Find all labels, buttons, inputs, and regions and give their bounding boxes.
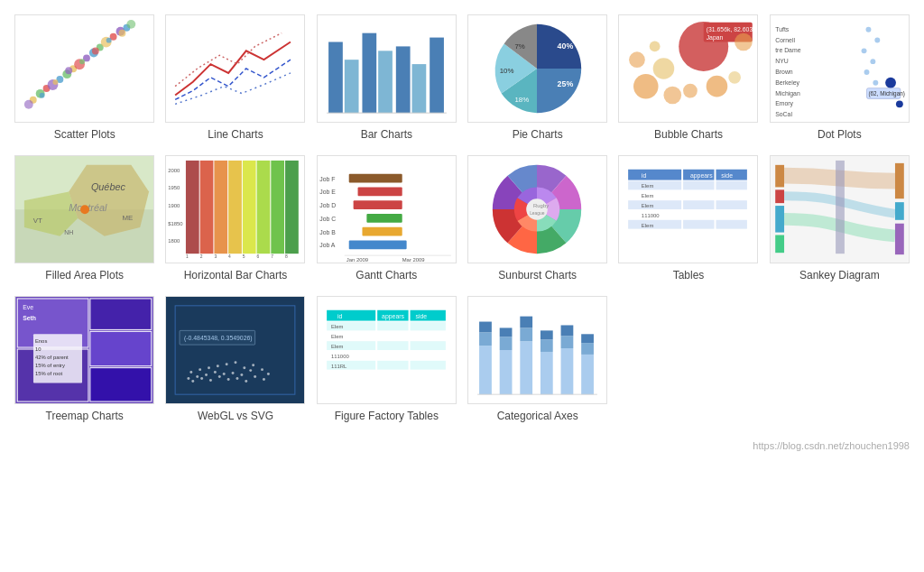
- svg-text:15% of entry: 15% of entry: [35, 363, 65, 368]
- svg-text:Job B: Job B: [319, 229, 336, 235]
- footer-link: https://blog.csdn.net/zhouchen1998: [14, 440, 910, 451]
- svg-rect-149: [716, 220, 747, 229]
- svg-rect-238: [479, 346, 492, 394]
- svg-text:ME: ME: [123, 214, 134, 222]
- svg-text:Michigan: Michigan: [775, 90, 800, 97]
- dotplot-thumb[interactable]: Tufts Cornell tre Dame NYU Brown Berkele…: [770, 14, 910, 123]
- svg-point-68: [870, 59, 875, 64]
- sankey-thumb[interactable]: [770, 155, 910, 263]
- chart-item-webgl[interactable]: (-0.4845348, 0.3549026) WebGL vs SVG: [165, 296, 305, 422]
- chart-item-gantt[interactable]: Job F Job E Job D Job C Job B Job A Jan …: [317, 155, 457, 281]
- svg-text:Jan 2009: Jan 2009: [346, 257, 368, 263]
- tables-label: Tables: [673, 269, 705, 281]
- gantt-label: Gantt Charts: [356, 269, 417, 281]
- gantt-thumb[interactable]: Job F Job E Job D Job C Job B Job A Jan …: [317, 155, 457, 263]
- chart-item-sankey[interactable]: Sankey Diagram: [770, 155, 910, 281]
- svg-rect-167: [90, 299, 152, 329]
- horizbar-thumb[interactable]: 2000 1950 1900 $1850 1800 1 2 3 4 5: [165, 155, 305, 263]
- scatter-thumb[interactable]: [14, 14, 154, 123]
- svg-point-185: [206, 374, 208, 376]
- sankey-svg: [771, 156, 909, 263]
- svg-rect-244: [520, 341, 532, 394]
- svg-rect-95: [229, 161, 243, 254]
- svg-rect-240: [479, 322, 492, 333]
- chart-item-figfact[interactable]: id appears side Ele: [317, 296, 457, 422]
- svg-rect-96: [243, 161, 256, 254]
- svg-rect-218: [377, 322, 408, 331]
- svg-rect-120: [349, 240, 407, 249]
- sunburst-label: Sunburst Charts: [498, 269, 577, 281]
- svg-rect-228: [410, 351, 445, 360]
- chart-item-dotplot[interactable]: Tufts Cornell tre Dame NYU Brown Berkele…: [770, 14, 910, 141]
- svg-point-190: [227, 378, 230, 381]
- catax-thumb[interactable]: [467, 296, 607, 404]
- svg-text:Emory: Emory: [775, 100, 793, 107]
- svg-rect-227: [377, 351, 408, 360]
- chart-gallery: Scatter Plots Line Charts: [14, 14, 910, 451]
- svg-rect-169: [90, 368, 152, 401]
- svg-rect-148: [684, 220, 715, 229]
- svg-text:111RL: 111RL: [331, 364, 347, 369]
- svg-text:tre Dame: tre Dame: [775, 47, 800, 53]
- svg-text:appears: appears: [690, 172, 713, 180]
- svg-text:VT: VT: [33, 217, 42, 225]
- figfact-thumb[interactable]: id appears side Ele: [317, 296, 457, 404]
- svg-point-191: [232, 372, 235, 374]
- chart-item-tables[interactable]: id appears side Ele: [618, 155, 758, 281]
- svg-rect-248: [541, 339, 553, 352]
- chart-item-scatter[interactable]: Scatter Plots: [14, 14, 154, 141]
- svg-text:2000: 2000: [169, 168, 181, 173]
- chart-item-pie[interactable]: 40% 25% 18% 10% 7% Pie Charts: [467, 14, 607, 141]
- bar-thumb[interactable]: [317, 14, 457, 123]
- svg-point-204: [226, 363, 228, 365]
- svg-rect-224: [377, 341, 408, 350]
- svg-text:Enos: Enos: [35, 338, 47, 344]
- svg-text:SoCal: SoCal: [775, 111, 792, 117]
- svg-rect-163: [836, 161, 845, 254]
- chart-item-line[interactable]: Line Charts: [165, 14, 305, 141]
- treemap-thumb[interactable]: Eve Seth Enos 10 42% of parent 15% of en…: [14, 296, 154, 404]
- svg-text:Québec: Québec: [91, 181, 126, 192]
- chart-item-bar[interactable]: Bar Charts: [317, 14, 457, 141]
- chart-item-treemap[interactable]: Eve Seth Enos 10 42% of parent 15% of en…: [14, 296, 154, 422]
- svg-rect-255: [581, 334, 594, 343]
- svg-rect-242: [500, 337, 513, 350]
- svg-text:Job C: Job C: [319, 216, 336, 222]
- svg-point-47: [664, 87, 682, 105]
- chart-item-catax[interactable]: Categorical Axes: [467, 296, 607, 422]
- svg-text:Elem: Elem: [642, 203, 654, 208]
- bubble-svg: (31.656k, 82.603) Japan: [619, 15, 757, 122]
- webgl-thumb[interactable]: (-0.4845348, 0.3549026): [165, 296, 305, 404]
- svg-point-125: [526, 198, 548, 220]
- line-thumb[interactable]: [165, 14, 305, 123]
- svg-rect-156: [775, 165, 784, 188]
- filledarea-thumb[interactable]: Québec Montréal ME VT NH: [14, 155, 154, 263]
- tables-thumb[interactable]: id appears side Ele: [618, 155, 758, 263]
- sunburst-thumb[interactable]: Rugby League: [467, 155, 607, 263]
- svg-point-23: [24, 100, 33, 109]
- svg-point-200: [190, 371, 193, 374]
- svg-rect-162: [895, 224, 904, 254]
- svg-point-66: [874, 38, 880, 43]
- bubble-label: Bubble Charts: [654, 128, 723, 141]
- svg-rect-249: [541, 330, 553, 339]
- svg-rect-138: [629, 190, 682, 199]
- chart-item-filledarea[interactable]: Québec Montréal ME VT NH Filled Area Plo…: [14, 155, 154, 281]
- chart-item-sunburst[interactable]: Rugby League Sunburst Charts: [467, 155, 607, 281]
- svg-text:1: 1: [186, 254, 189, 259]
- svg-point-206: [244, 366, 246, 369]
- pie-thumb[interactable]: 40% 25% 18% 10% 7%: [467, 14, 607, 123]
- svg-point-67: [861, 48, 866, 53]
- svg-rect-141: [629, 200, 682, 209]
- chart-item-bubble[interactable]: (31.656k, 82.603) Japan Bubble Charts: [618, 14, 758, 141]
- figfact-label: Figure Factory Tables: [335, 410, 439, 422]
- svg-point-69: [864, 69, 869, 75]
- svg-rect-254: [581, 343, 594, 355]
- svg-rect-230: [377, 361, 408, 370]
- chart-item-horizbar[interactable]: 2000 1950 1900 $1850 1800 1 2 3 4 5: [165, 155, 305, 281]
- svg-text:7%: 7%: [515, 42, 525, 51]
- bubble-thumb[interactable]: (31.656k, 82.603) Japan: [618, 14, 758, 123]
- svg-text:Brown: Brown: [775, 69, 793, 75]
- svg-text:id: id: [337, 313, 343, 319]
- figfact-svg: id appears side Ele: [318, 297, 456, 403]
